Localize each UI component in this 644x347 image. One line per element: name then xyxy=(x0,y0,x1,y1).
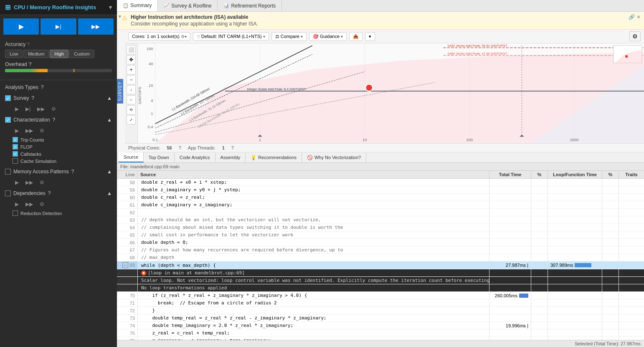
char-run-all-btn[interactable]: ▶▶ xyxy=(24,127,35,134)
trip-counts-item[interactable]: ✓ Trip Counts xyxy=(13,136,112,143)
mem-settings-btn[interactable]: ⚙ xyxy=(38,179,46,186)
survey-help[interactable]: ? xyxy=(31,95,34,101)
tab-why-no-vectorization[interactable]: 🚫 Why No Vectorization? xyxy=(302,153,366,162)
survey-run-btn[interactable]: ▶ xyxy=(13,105,20,113)
mem-run-all-btn[interactable]: ▶▶ xyxy=(24,179,35,186)
pct2 xyxy=(602,239,619,246)
line-number: 62 xyxy=(117,209,138,216)
guidance-dropdown[interactable]: 🎯 Guidance ▾ xyxy=(309,32,347,41)
callstacks-item[interactable]: ✓ Callstacks xyxy=(13,150,112,157)
tab-source[interactable]: Source xyxy=(119,152,144,162)
dependencies-help[interactable]: ? xyxy=(48,190,51,196)
tab-code-analytics[interactable]: Code Analytics xyxy=(175,153,216,162)
tab-survey-roofline[interactable]: 📈 Survey & Roofline xyxy=(158,0,218,11)
cache-simulation-checkbox[interactable] xyxy=(13,158,18,164)
sidebar-dropdown-arrow[interactable]: ▾ xyxy=(109,4,112,10)
line-number: 58 xyxy=(117,179,138,186)
refinement-tab-label: Refinement Reports xyxy=(231,3,276,9)
pct2-76 xyxy=(602,337,619,340)
warning-close-btn[interactable]: ✕ xyxy=(636,14,641,20)
characterization-help[interactable]: ? xyxy=(52,117,55,123)
reduction-detection-item[interactable]: Reduction Detection xyxy=(13,210,112,217)
dependencies-header[interactable]: Dependencies ? ▲ xyxy=(0,188,117,199)
survey-section-header[interactable]: ✓ Survey ? ▲ xyxy=(0,93,117,104)
accuracy-low[interactable]: Low xyxy=(5,50,23,58)
zoom-in-btn[interactable]: + xyxy=(127,65,136,74)
tab-recommendations[interactable]: 💡 Recommendations xyxy=(246,153,302,162)
memory-dropdown[interactable]: ▽ Default: INT CARM (L1+NTS) ▾ xyxy=(193,32,269,41)
zoom-out-btn[interactable]: − xyxy=(127,75,136,84)
run-next-button[interactable]: ▶| xyxy=(41,18,76,35)
dep-run-all-btn[interactable]: ▶▶ xyxy=(24,200,35,208)
cores-dropdown[interactable]: Cores: 1 on 1 socket(s) ⚙▾ xyxy=(128,32,190,41)
tab-summary[interactable]: 📋 Summary xyxy=(117,0,158,11)
dependencies-collapse[interactable]: ▲ xyxy=(107,190,112,196)
analysis-types-header[interactable]: Analysis Types ? xyxy=(0,82,117,93)
reduction-detection-checkbox[interactable] xyxy=(13,210,18,216)
characterization-collapse[interactable]: ▲ xyxy=(107,117,112,123)
survey-collapse[interactable]: ▲ xyxy=(107,95,112,101)
loop-time-76 xyxy=(548,337,602,340)
analysis-types-help[interactable]: ? xyxy=(41,84,44,90)
zoom-reset-x-btn[interactable]: ↔ xyxy=(127,95,136,104)
survey-run-next-btn[interactable]: ▶| xyxy=(24,105,32,113)
zoom-reset-btn[interactable]: ⟲ xyxy=(127,105,136,114)
zoom-box-btn[interactable]: ⬜ xyxy=(127,45,136,54)
char-run-btn[interactable]: ▶ xyxy=(13,127,20,134)
compare-dropdown[interactable]: ⚖ Compare ▾ xyxy=(271,32,307,41)
line-number: 59 xyxy=(117,186,138,193)
characterization-checkbox[interactable]: ✓ xyxy=(5,117,11,123)
memory-access-header[interactable]: Memory Access Patterns ? ▲ xyxy=(0,166,117,177)
chart-settings-btn[interactable]: ⚙ xyxy=(629,31,641,41)
app-threads-help[interactable]: ? xyxy=(231,145,234,150)
zoom-fit-btn[interactable]: ⤢ xyxy=(127,115,136,124)
dependencies-checkbox[interactable] xyxy=(5,190,11,196)
source-code-69: while (depth < max_depth) { xyxy=(138,261,489,269)
source-code: // depth should be an int, but the vecto… xyxy=(138,216,489,223)
tab-assembly[interactable]: Assembly xyxy=(216,153,246,162)
flop-item[interactable]: ✓ FLOP xyxy=(13,143,112,150)
table-row-74: 74 double temp_imaginary = 2.0 * z_real … xyxy=(117,322,644,329)
dep-run-btn[interactable]: ▶ xyxy=(13,200,20,208)
zoom-pan-btn[interactable]: ✥ xyxy=(127,55,136,64)
survey-settings-btn[interactable]: ⚙ xyxy=(50,105,58,113)
expand-row-69[interactable]: − xyxy=(122,262,128,268)
tab-refinement-reports[interactable]: 📊 Refinement Reports xyxy=(218,0,282,11)
warning-title: Higher Instruction set architecture (ISA… xyxy=(131,14,258,20)
warning-minimize-btn[interactable]: 🔗 xyxy=(629,14,635,20)
loop-time-75 xyxy=(548,329,602,337)
run-button[interactable]: ▶ xyxy=(3,18,39,35)
memory-access-help[interactable]: ? xyxy=(71,169,74,175)
zoom-reset-y-btn[interactable]: ↕ xyxy=(127,85,136,94)
export-btn[interactable]: 📤 xyxy=(349,32,363,41)
warning-collapse-btn[interactable]: ▼ xyxy=(118,14,122,19)
no-vec-tab-label: Why No Vectorization? xyxy=(314,155,361,160)
pct xyxy=(531,239,548,246)
table-row: 60 double c_real = z_real; xyxy=(117,194,644,201)
accuracy-custom[interactable]: Custom xyxy=(69,50,94,58)
table-row-69[interactable]: − 69 while (depth < max_depth) { 27.987m… xyxy=(117,261,644,269)
char-settings-btn[interactable]: ⚙ xyxy=(38,127,46,134)
survey-checkbox[interactable]: ✓ xyxy=(5,95,11,101)
mem-run-btn[interactable]: ▶ xyxy=(13,179,20,186)
flop-checkbox[interactable]: ✓ xyxy=(13,144,18,149)
dep-settings-btn[interactable]: ⚙ xyxy=(38,200,46,208)
overhead-help-icon[interactable]: ? xyxy=(29,61,32,67)
accuracy-help-icon[interactable]: ? xyxy=(27,42,30,47)
callstacks-checkbox[interactable]: ✓ xyxy=(13,151,18,157)
accuracy-high[interactable]: High xyxy=(50,50,68,58)
memory-access-checkbox[interactable] xyxy=(5,169,11,175)
characterization-section-header[interactable]: ✓ Characterization ? ▲ xyxy=(0,114,117,125)
accuracy-medium[interactable]: Medium xyxy=(23,50,49,58)
cache-simulation-item[interactable]: Cache Simulation xyxy=(13,157,112,165)
export-arrow-btn[interactable]: ▾ xyxy=(365,32,375,41)
memory-access-collapse[interactable]: ▲ xyxy=(107,169,112,175)
run-all-button[interactable]: ▶▶ xyxy=(78,18,114,35)
source-code: double z_real = x0 + i * xstep; xyxy=(138,179,489,186)
source-tab-label: Source xyxy=(124,155,138,160)
survey-run-all-btn[interactable]: ▶▶ xyxy=(35,105,46,113)
col-header-traits: Traits xyxy=(619,171,644,178)
trip-counts-checkbox[interactable]: ✓ xyxy=(13,137,18,142)
physical-cores-help[interactable]: ? xyxy=(179,145,181,150)
tab-top-down[interactable]: Top Down xyxy=(144,153,175,162)
